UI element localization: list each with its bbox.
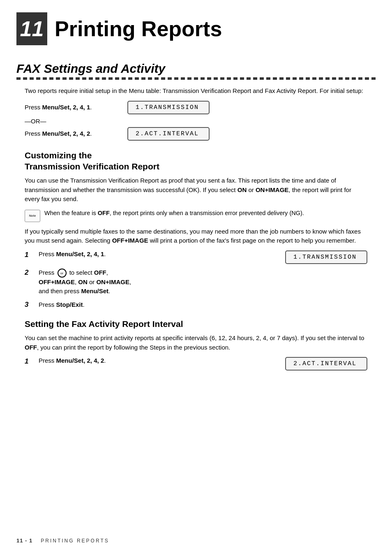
step-number-2: 2: [25, 268, 34, 277]
subsection2-step-number-1: 1: [25, 357, 34, 366]
step-3-content: Press Stop/Exit.: [39, 300, 367, 310]
step-1: 1 Press Menu/Set, 2, 4, 1. 1.TRANSMISSIO…: [25, 250, 367, 264]
subsection2-para1: You can set the machine to print activit…: [25, 334, 367, 352]
step2-line2: OFF+IMAGE, ON or ON+IMAGE,: [39, 278, 367, 287]
lcd-display-2: 2.ACT.INTERVAL: [127, 127, 210, 141]
or-divider: —OR—: [25, 118, 367, 125]
subsection2-keyword-off: OFF: [25, 344, 37, 351]
subsection2-step1-keys: Menu/Set, 2, 4, 2: [56, 357, 104, 364]
step-number-3: 3: [25, 300, 34, 309]
footer-chapter-title: PRINTING REPORTS: [41, 538, 109, 544]
keyword-off: OFF: [98, 210, 110, 216]
chapter-title: Printing Reports: [55, 16, 222, 41]
step3-stop-exit: Stop/Exit: [56, 301, 83, 308]
step1-lcd: 1.TRANSMISSION: [285, 250, 367, 264]
keyword-off-image: OFF+IMAGE: [112, 237, 148, 244]
step-1-row: Press Menu/Set, 2, 4, 1. 1.TRANSMISSION: [39, 250, 367, 264]
chapter-header: 11 Printing Reports: [0, 0, 392, 53]
step2-menuset: Menu/Set: [81, 287, 108, 294]
main-content: Two reports require initial setup in the…: [0, 86, 392, 371]
footer: 11 - 1 PRINTING REPORTS: [16, 537, 376, 544]
note-container: Note When the feature is OFF, the report…: [25, 209, 367, 222]
step2-keyword-off-image: OFF+IMAGE: [39, 278, 75, 285]
subsection2-step1-lcd: 2.ACT.INTERVAL: [285, 357, 367, 371]
subsection1-para1: You can use the Transmission Verificatio…: [25, 176, 367, 204]
press-text-2: Press Menu/Set, 2, 4, 2.: [25, 129, 115, 139]
step2-keyword-on-image: ON+IMAGE: [96, 278, 129, 285]
intro-paragraph: Two reports require initial setup in the…: [25, 86, 367, 96]
step2-keyword-on: ON: [78, 278, 88, 285]
step-2-content: Press or to select OFF, OFF+IMAGE, ON or…: [39, 268, 367, 296]
section-heading: FAX Settings and Activity: [0, 58, 392, 76]
step1-keys: Menu/Set, 2, 4, 1: [56, 250, 104, 257]
press-keys-2: Menu/Set, 2, 4, 2: [42, 130, 90, 137]
footer-page-number: 11 - 1: [16, 537, 32, 544]
page: 11 Printing Reports FAX Settings and Act…: [0, 0, 392, 556]
lcd-display-1: 1.TRANSMISSION: [127, 101, 210, 114]
subsection2-step-1-text: Press Menu/Set, 2, 4, 2.: [39, 357, 273, 364]
step-1-text: Press Menu/Set, 2, 4, 1.: [39, 250, 273, 257]
note-text: When the feature is OFF, the report prin…: [44, 209, 304, 218]
press-text-1: Press Menu/Set, 2, 4, 1.: [25, 103, 115, 112]
press-row-2: Press Menu/Set, 2, 4, 2. 2.ACT.INTERVAL: [25, 127, 367, 141]
note-icon: Note: [25, 210, 40, 222]
subsection1-para2: If you typically send multiple faxes to …: [25, 227, 367, 246]
section-title: FAX Settings and Activity: [16, 62, 376, 76]
step2-keyword-off: OFF: [94, 269, 106, 276]
subsection2-heading: Setting the Fax Activity Report Interval: [25, 318, 367, 329]
press-keys-1: Menu/Set, 2, 4, 1: [42, 104, 90, 111]
subsection1-title-line1: Customizing the: [25, 151, 92, 160]
subsection1-heading: Customizing the Transmission Verificatio…: [25, 150, 367, 172]
step2-line1: Press or to select OFF,: [39, 268, 367, 278]
step-number-1: 1: [25, 250, 34, 259]
press-row-1: Press Menu/Set, 2, 4, 1. 1.TRANSMISSION: [25, 101, 367, 114]
keyword-on: ON: [238, 186, 247, 193]
keyword-on-image: ON+IMAGE: [256, 186, 288, 193]
dial-icon: or: [58, 269, 67, 278]
chapter-number: 11: [20, 16, 44, 41]
dashed-rule: [16, 77, 376, 80]
step-3: 3 Press Stop/Exit.: [25, 300, 367, 310]
subsection2-step-1: 1 Press Menu/Set, 2, 4, 2. 2.ACT.INTERVA…: [25, 357, 367, 371]
chapter-number-box: 11: [16, 12, 47, 45]
step-2: 2 Press or to select OFF, OFF+IMAGE, ON …: [25, 268, 367, 296]
subsection1-title-line2: Transmission Verification Report: [25, 162, 159, 171]
subsection2-title: Setting the Fax Activity Report Interval: [25, 319, 183, 329]
subsection2-step-1-row: Press Menu/Set, 2, 4, 2. 2.ACT.INTERVAL: [39, 357, 367, 371]
step2-line3: and then press Menu/Set.: [39, 287, 367, 296]
